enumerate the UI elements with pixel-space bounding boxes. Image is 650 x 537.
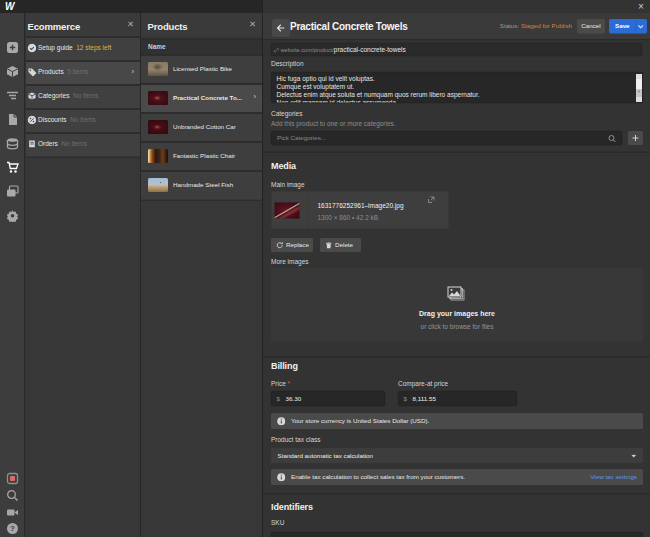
svg-text:?: ? bbox=[10, 524, 15, 533]
